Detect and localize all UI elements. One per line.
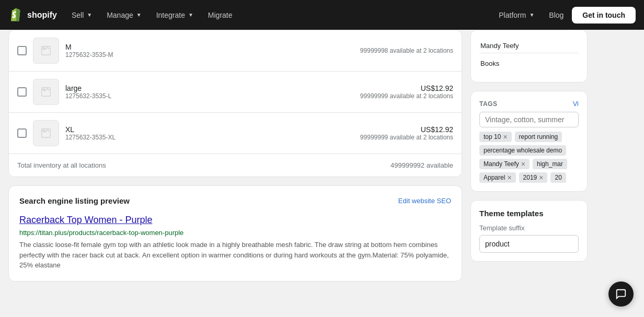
nav-migrate[interactable]: Migrate xyxy=(202,8,239,22)
tag-high-mar: high_mar xyxy=(533,159,567,169)
svg-point-1 xyxy=(43,48,45,50)
tag-report-running: report running xyxy=(515,132,562,142)
theme-section-title: Theme templates xyxy=(479,209,579,218)
table-row: large 1275632-3535-L US$12.92 99999999 a… xyxy=(9,72,462,113)
template-suffix-input[interactable] xyxy=(479,235,579,253)
tag-top10: top 10 × xyxy=(479,132,512,142)
variant-checkbox-large[interactable] xyxy=(17,87,27,97)
variant-size-m: M xyxy=(65,43,354,51)
tag-2019: 2019 × xyxy=(519,172,548,183)
variant-stock-m: 99999998 available at 2 locations xyxy=(360,47,453,54)
variant-sku-m: 1275632-3535-M xyxy=(65,51,354,58)
chat-bubble[interactable] xyxy=(608,281,634,307)
integrate-chevron-icon: ▼ xyxy=(188,12,193,18)
inventory-footer: Total inventory at all locations 4999999… xyxy=(9,154,462,177)
tags-input[interactable] xyxy=(485,115,573,124)
variant-stock-large: 99999999 available at 2 locations xyxy=(360,92,453,100)
variant-sku-large: 1275632-3535-L xyxy=(65,92,354,100)
inventory-footer-value: 499999992 available xyxy=(390,161,453,169)
navigation: shopify Sell ▼ Manage ▼ Integrate ▼ Migr… xyxy=(0,0,644,30)
nav-platform[interactable]: Platform ▼ xyxy=(492,8,540,22)
tags-list: top 10 × report running percentage whole… xyxy=(479,132,579,183)
variant-image-large xyxy=(33,79,59,105)
svg-point-3 xyxy=(43,89,45,91)
table-row: XL 1275632-3535-XL US$12.92 99999999 ava… xyxy=(9,113,462,154)
nav-manage[interactable]: Manage ▼ xyxy=(100,8,148,22)
tag-apparel-remove[interactable]: × xyxy=(507,174,511,181)
tags-label: TAGS xyxy=(479,100,497,108)
variant-price-xl: US$12.92 xyxy=(360,125,453,134)
tag-high-mar-text: high_mar xyxy=(537,160,563,168)
nav-integrate[interactable]: Integrate ▼ xyxy=(150,8,200,22)
seo-card: Search engine listing preview Edit websi… xyxy=(8,185,462,281)
tag-top10-text: top 10 xyxy=(484,133,501,140)
variant-image-xl xyxy=(33,120,59,146)
collection-name-2: Books xyxy=(479,56,579,71)
svg-point-5 xyxy=(43,131,45,132)
variant-image-m xyxy=(33,38,59,64)
table-row: M 1275632-3535-M 99999998 available at 2… xyxy=(9,30,462,72)
tag-report-running-text: report running xyxy=(519,133,558,140)
seo-edit-link[interactable]: Edit website SEO xyxy=(398,197,451,205)
seo-preview-url: https://titan.plus/products/racerback-to… xyxy=(19,229,451,237)
template-label: Template suffix xyxy=(479,224,579,232)
tag-mandy: Mandy Teefy × xyxy=(479,159,530,169)
variant-checkbox-m[interactable] xyxy=(17,46,27,55)
nav-sell[interactable]: Sell ▼ xyxy=(65,8,98,22)
variant-sku-xl: 1275632-3535-XL xyxy=(65,134,354,141)
collections-card: Mandy Teefy Books xyxy=(470,30,588,83)
logo-text: shopify xyxy=(27,10,57,20)
logo[interactable]: shopify xyxy=(8,7,57,23)
variants-table: M 1275632-3535-M 99999998 available at 2… xyxy=(8,30,462,177)
get-in-touch-button[interactable]: Get in touch xyxy=(572,7,636,24)
collection-name-1: Mandy Teefy xyxy=(479,39,579,53)
tag-apparel-text: Apparel xyxy=(484,174,505,181)
tag-20-text: 20 xyxy=(555,174,561,181)
inventory-footer-label: Total inventory at all locations xyxy=(17,161,106,169)
tag-mandy-text: Mandy Teefy xyxy=(484,160,519,168)
tag-percentage-text: percentage wholesale demo xyxy=(484,147,562,154)
tag-mandy-remove[interactable]: × xyxy=(521,160,525,168)
tags-input-wrap[interactable] xyxy=(479,112,579,127)
tags-card: TAGS Vi top 10 × report running percenta… xyxy=(470,91,588,192)
variant-size-xl: XL xyxy=(65,125,354,134)
variant-checkbox-xl[interactable] xyxy=(17,128,27,138)
tag-20: 20 xyxy=(550,172,566,183)
variant-stock-xl: 99999999 available at 2 locations xyxy=(360,134,453,141)
theme-templates-card: Theme templates Template suffix xyxy=(470,200,588,262)
tag-2019-text: 2019 xyxy=(523,174,537,181)
tag-percentage: percentage wholesale demo xyxy=(479,145,566,156)
seo-card-title: Search engine listing preview xyxy=(19,196,130,205)
variant-size-large: large xyxy=(65,84,354,92)
seo-preview-title: Racerback Top Women - Purple xyxy=(19,214,451,227)
tag-2019-remove[interactable]: × xyxy=(539,174,543,181)
platform-chevron-icon: ▼ xyxy=(529,12,534,18)
manage-chevron-icon: ▼ xyxy=(136,12,142,18)
sell-chevron-icon: ▼ xyxy=(87,12,92,18)
tag-top10-remove[interactable]: × xyxy=(503,133,507,140)
variant-price-large: US$12.92 xyxy=(360,84,453,92)
nav-blog[interactable]: Blog xyxy=(543,8,570,22)
tag-apparel: Apparel × xyxy=(479,172,516,183)
tags-view-link[interactable]: Vi xyxy=(573,100,579,108)
seo-preview-desc: The classic loose-fit female gym top wit… xyxy=(19,240,451,271)
